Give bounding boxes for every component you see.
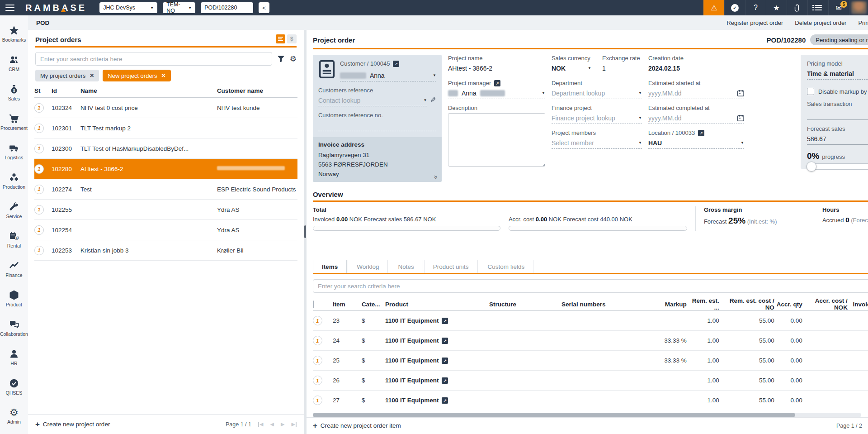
sidebar-item-procurement[interactable]: Procurement <box>0 107 28 137</box>
close-icon[interactable]: ✕ <box>161 72 165 79</box>
sidebar-item-qhses[interactable]: QHSES <box>0 372 28 401</box>
sidebar-item-product[interactable]: Product <box>0 284 28 313</box>
filter-chip-my-project-orders[interactable]: My project orders✕ <box>35 70 99 81</box>
sidebar-item-hr[interactable]: HR <box>0 343 28 372</box>
gear-icon[interactable]: ⚙ <box>290 55 297 63</box>
delete-project-order-button[interactable]: Delete project order <box>795 19 846 26</box>
first-page-button[interactable]: ◀ <box>258 421 263 427</box>
edit-icon[interactable]: ✎ <box>430 96 436 104</box>
sidebar-item-rental[interactable]: $ Rental <box>0 225 28 254</box>
column-header-rem-est[interactable]: Rem. est. ... <box>687 297 719 311</box>
column-header-structure[interactable]: Structure <box>489 301 561 308</box>
project-name-input[interactable]: AHtest - 3866-2 <box>448 62 545 74</box>
system-select[interactable]: JHC DevSys▼ <box>99 2 157 13</box>
menu-list-icon[interactable] <box>807 0 828 15</box>
column-header-markup[interactable]: Markup <box>645 301 687 308</box>
order-row[interactable]: 1 102301 TLT Test markup 2 <box>34 118 297 138</box>
orders-search-input[interactable] <box>35 52 272 66</box>
sidebar-item-finance[interactable]: Finance <box>0 254 28 284</box>
sales-currency-select[interactable]: NOK▼ <box>552 62 591 74</box>
column-header-product[interactable]: Product <box>385 301 489 308</box>
column-header-invoiced[interactable]: Invoic... <box>848 301 868 308</box>
items-search-input[interactable] <box>313 279 868 293</box>
paperclip-icon[interactable] <box>787 0 807 15</box>
item-row[interactable]: 1 26 $ 1100 IT Equipment↗ 1.00 55.00 0.0… <box>313 371 868 391</box>
collapse-search-button[interactable]: < <box>259 2 269 13</box>
order-row[interactable]: 1 102280 AHtest - 3866-2 <box>34 159 297 179</box>
project-members-select[interactable]: Select member▼ <box>552 137 642 149</box>
expand-address-icon[interactable]: » <box>432 175 440 179</box>
customers-reference-lookup[interactable]: Contact lookup▼ <box>318 95 427 106</box>
tab[interactable]: Product units <box>424 260 478 273</box>
sidebar-item-sales[interactable]: $ Sales <box>0 78 28 107</box>
help-icon[interactable]: ? <box>745 0 766 15</box>
external-link-icon[interactable]: ↗ <box>442 358 448 364</box>
external-link-icon[interactable]: ↗ <box>442 377 448 384</box>
location-select[interactable]: HAU▼ <box>648 137 744 149</box>
customer-select[interactable]: Anna▼ <box>340 70 436 81</box>
next-page-button[interactable]: ▶ <box>281 421 284 427</box>
scrollbar-thumb[interactable] <box>304 225 306 238</box>
calendar-icon[interactable] <box>737 115 744 121</box>
column-header-item[interactable]: Item <box>333 301 362 308</box>
pricing-model-select[interactable]: Time & material▼ <box>807 68 868 80</box>
create-project-order-item-button[interactable]: +Create new project order item <box>313 422 401 429</box>
order-row[interactable]: 1 102255 Ydra AS <box>34 200 297 220</box>
column-header-customer[interactable]: Customer name <box>217 87 297 94</box>
item-row[interactable]: 1 23 $ 1100 IT Equipment↗ 1.00 55.00 0.0… <box>313 311 868 331</box>
mail-icon[interactable]: ✉5 <box>828 0 849 15</box>
column-header-accr-cost[interactable]: Accr. cost / NOK <box>802 297 848 311</box>
seal-check-icon[interactable]: ✓ <box>724 0 745 15</box>
menu-icon[interactable] <box>5 5 14 11</box>
order-row[interactable]: 1 102274 Test ESP Electric Sound Product… <box>34 179 297 200</box>
estimated-completed-input[interactable]: yyyy.MM.dd <box>648 112 744 124</box>
sidebar-item-bookmarks[interactable]: Bookmarks <box>0 19 28 48</box>
sidebar-item-crm[interactable]: CRM <box>0 48 28 78</box>
external-link-icon[interactable]: ↗ <box>442 318 448 324</box>
column-header-accr-qty[interactable]: Accr. qty <box>774 301 802 308</box>
tab[interactable]: Notes <box>389 260 423 273</box>
customer-link[interactable]: Customer / 100045 <box>340 60 390 67</box>
project-manager-select[interactable]: Anna▼ <box>448 87 545 99</box>
warning-icon[interactable]: ⚠ <box>703 0 724 15</box>
column-header-st[interactable]: St <box>34 87 52 94</box>
favorites-icon[interactable]: ★ <box>766 0 787 15</box>
filter-chip-new-project-orders[interactable]: New project orders✕ <box>103 70 170 81</box>
item-row[interactable]: 1 27 $ 1100 IT Equipment↗ 1.00 55.00 0.0… <box>313 391 868 410</box>
status-pill[interactable]: Pending sealing or registration1 <box>810 34 868 45</box>
external-link-icon[interactable]: ↗ <box>442 397 448 404</box>
external-link-icon[interactable]: ↗ <box>494 80 500 86</box>
prev-page-button[interactable]: ◀ <box>270 421 274 427</box>
order-row[interactable]: 1 102324 NHV test 0 cost price NHV test … <box>34 98 297 118</box>
sidebar-item-service[interactable]: Service <box>0 196 28 225</box>
item-row[interactable]: 1 25 $ 1100 IT Equipment↗ 33.33 % 1.00 5… <box>313 351 868 371</box>
amount-view-toggle[interactable]: $ <box>287 34 297 43</box>
last-page-button[interactable]: ▶ <box>291 421 296 427</box>
department-lookup[interactable]: Department lookup▼ <box>552 87 642 99</box>
create-project-order-button[interactable]: +Create new project order <box>35 420 110 428</box>
order-row[interactable]: 1 102253 Kristian sin jobb 3 Krøller Bil <box>34 240 297 261</box>
description-input[interactable] <box>448 113 545 167</box>
customers-reference-no-input[interactable] <box>318 119 436 131</box>
order-row[interactable]: 1 102300 TLT Test of HasMarkupDisabledBy… <box>34 138 297 159</box>
tab[interactable]: Worklog <box>348 260 388 273</box>
global-search-input[interactable] <box>201 2 253 13</box>
rambase-logo[interactable]: RAMBASE <box>25 3 87 13</box>
filter-icon[interactable] <box>278 56 284 62</box>
sidebar-item-logistics[interactable]: Logistics <box>0 137 28 166</box>
tab[interactable]: Custom fields <box>479 260 534 273</box>
list-view-toggle[interactable] <box>276 34 285 43</box>
sidebar-item-production[interactable]: Production <box>0 166 28 196</box>
sidebar-item-collaboration[interactable]: Collaboration <box>0 313 28 343</box>
column-header-name[interactable]: Name <box>80 87 217 94</box>
external-link-icon[interactable]: ↗ <box>393 61 399 67</box>
scrollbar-thumb[interactable] <box>313 413 795 417</box>
sidebar-item-admin[interactable]: ⚙ Admin <box>0 401 28 431</box>
exchange-rate-input[interactable]: 1 <box>602 62 642 74</box>
horizontal-scrollbar[interactable] <box>313 413 861 417</box>
company-select[interactable]: TEM-NO▼ <box>163 2 195 13</box>
tab[interactable]: Items <box>313 260 347 273</box>
close-icon[interactable]: ✕ <box>90 72 94 79</box>
item-row[interactable]: 1 24 $ 1100 IT Equipment↗ 33.33 % 1.00 5… <box>313 331 868 351</box>
external-link-icon[interactable]: ↗ <box>698 130 704 136</box>
